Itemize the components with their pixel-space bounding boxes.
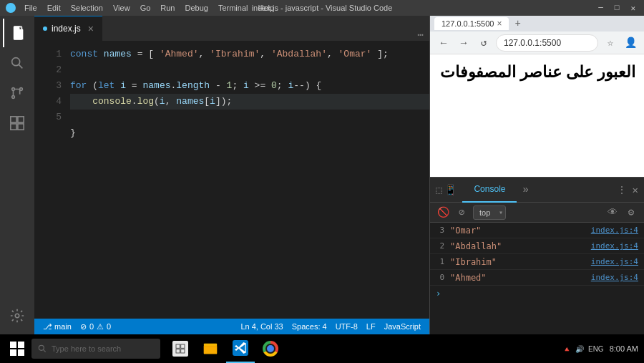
devtools-header-right: ⋮ ✕ bbox=[617, 184, 644, 196]
taskbar-right: 🔺 🔊 ENG 8:00 AM bbox=[562, 344, 638, 353]
taskbar-app-vscode[interactable] bbox=[226, 334, 255, 363]
maximize-button[interactable]: □ bbox=[612, 4, 623, 13]
console-output: 3 "Omar" index.js:4 2 "Abdallah" index.j… bbox=[430, 223, 644, 334]
console-prompt-row[interactable]: › bbox=[430, 286, 644, 301]
close-button[interactable]: ✕ bbox=[628, 4, 638, 13]
console-source-3[interactable]: index.js:4 bbox=[591, 226, 638, 235]
activity-files[interactable] bbox=[3, 19, 31, 47]
console-value-2: "Abdallah" bbox=[450, 241, 585, 251]
status-bar: ⎇ main ⊘ 0 ⚠ 0 Ln 4, Col 33 Spaces: 4 UT… bbox=[34, 319, 429, 334]
console-value-1: "Ibrahim" bbox=[450, 257, 585, 267]
context-selector-wrapper: top ▾ bbox=[473, 205, 506, 220]
browser-tab-close[interactable]: × bbox=[497, 19, 502, 29]
menu-debug[interactable]: Debug bbox=[185, 4, 208, 12]
console-row-1: 1 "Ibrahim" index.js:4 bbox=[430, 254, 644, 270]
status-branch[interactable]: ⎇ main bbox=[43, 322, 72, 331]
console-source-1[interactable]: index.js:4 bbox=[591, 257, 638, 266]
console-row-0: 0 "Ahmed" index.js:4 bbox=[430, 270, 644, 286]
menu-selection[interactable]: Selection bbox=[71, 4, 103, 12]
svg-point-5 bbox=[12, 96, 15, 99]
devtools-header-left: ⬚ 📱 bbox=[430, 184, 462, 196]
tab-indexjs[interactable]: index.js × bbox=[34, 16, 102, 41]
context-selector[interactable]: top bbox=[473, 205, 506, 220]
status-language[interactable]: JavaScript bbox=[384, 322, 421, 331]
menu-run[interactable]: Run bbox=[160, 4, 175, 12]
status-position[interactable]: Ln 4, Col 33 bbox=[240, 322, 283, 331]
editor-area: index.js × ⋯ 1 2 3 4 5 const names = [ '… bbox=[34, 16, 429, 334]
svg-point-11 bbox=[15, 314, 19, 318]
svg-rect-7 bbox=[11, 117, 16, 122]
status-spaces[interactable]: Spaces: 4 bbox=[292, 322, 327, 331]
svg-rect-14 bbox=[176, 344, 180, 348]
menu-terminal[interactable]: Terminal bbox=[218, 4, 248, 12]
minimize-button[interactable]: ─ bbox=[595, 4, 606, 13]
menu-go[interactable]: Go bbox=[140, 4, 151, 12]
taskbar-app-explorer[interactable] bbox=[196, 334, 225, 363]
tab-close-button[interactable]: × bbox=[88, 23, 94, 34]
svg-rect-17 bbox=[181, 349, 185, 353]
app-icon bbox=[6, 3, 16, 13]
activity-search[interactable] bbox=[3, 49, 31, 77]
status-errors: ⊘ 0 ⚠ 0 bbox=[80, 322, 111, 331]
status-line-ending[interactable]: LF bbox=[366, 322, 376, 331]
network-icon: 🔺 bbox=[562, 345, 571, 353]
new-tab-button[interactable]: + bbox=[512, 18, 523, 29]
devtools-device-icon[interactable]: 📱 bbox=[444, 184, 457, 196]
start-button[interactable] bbox=[6, 337, 29, 360]
taskbar-clock: 8:00 AM bbox=[610, 344, 638, 353]
reload-button[interactable]: ↺ bbox=[476, 35, 492, 51]
taskbar-search[interactable]: Type here to search bbox=[31, 339, 160, 359]
console-index-2: 2 bbox=[436, 241, 444, 251]
back-button[interactable]: ← bbox=[436, 35, 452, 51]
svg-point-12 bbox=[39, 345, 44, 350]
menu-file[interactable]: File bbox=[24, 4, 37, 12]
devtools-tab-console[interactable]: Console bbox=[462, 178, 517, 203]
code-content[interactable]: const names = [ 'Ahmed', 'Ibrahim', 'Abd… bbox=[70, 47, 429, 313]
console-index-1: 1 bbox=[436, 257, 444, 266]
devtools-header: ⬚ 📱 Console » ⋮ ✕ bbox=[430, 178, 644, 203]
svg-rect-9 bbox=[11, 124, 16, 130]
activity-git[interactable] bbox=[3, 79, 31, 107]
tab-actions: ⋯ bbox=[418, 29, 429, 41]
browser-tab-title: 127.0.0.1:5500 bbox=[441, 19, 494, 28]
svg-line-2 bbox=[19, 64, 22, 68]
profile-button[interactable]: 👤 bbox=[623, 35, 638, 51]
svg-point-1 bbox=[12, 58, 20, 66]
console-toolbar: 🚫 ⊘ top ▾ 👁 ⚙ bbox=[430, 203, 644, 223]
devtools-inspect-icon[interactable]: ⬚ bbox=[436, 184, 441, 196]
filter-icon[interactable]: ⊘ bbox=[454, 205, 469, 220]
prompt-icon: › bbox=[436, 289, 441, 299]
status-right: Ln 4, Col 33 Spaces: 4 UTF-8 LF JavaScri… bbox=[240, 322, 421, 331]
forward-button[interactable]: → bbox=[456, 35, 472, 51]
browser-tab[interactable]: 127.0.0.1:5500 × bbox=[434, 17, 509, 30]
devtools-more-tabs[interactable]: » bbox=[517, 184, 534, 195]
console-index-3: 3 bbox=[436, 226, 444, 235]
activity-settings[interactable] bbox=[3, 304, 31, 333]
search-placeholder: Type here to search bbox=[52, 344, 121, 353]
status-encoding[interactable]: UTF-8 bbox=[336, 322, 358, 331]
bookmark-button[interactable]: ☆ bbox=[602, 35, 618, 51]
activity-extensions[interactable] bbox=[3, 109, 31, 137]
devtools-close-icon[interactable]: ✕ bbox=[633, 184, 638, 196]
svg-point-3 bbox=[12, 88, 15, 91]
taskbar-app-chrome[interactable] bbox=[256, 334, 285, 363]
console-index-0: 0 bbox=[436, 273, 444, 282]
title-bar-left: File Edit Selection View Go Run Debug Te… bbox=[6, 3, 274, 13]
editor-layout-icon[interactable]: ⋯ bbox=[418, 29, 424, 41]
devtools-more-icon[interactable]: ⋮ bbox=[617, 184, 627, 196]
svg-rect-10 bbox=[18, 124, 24, 130]
title-bar: File Edit Selection View Go Run Debug Te… bbox=[0, 0, 644, 16]
console-source-2[interactable]: index.js:4 bbox=[591, 241, 638, 251]
console-source-0[interactable]: index.js:4 bbox=[591, 273, 638, 282]
console-value-3: "Omar" bbox=[450, 226, 585, 236]
menu-edit[interactable]: Edit bbox=[47, 4, 61, 12]
eye-button[interactable]: 👁 bbox=[605, 205, 620, 220]
volume-icon: 🔊 bbox=[575, 345, 584, 353]
menu-view[interactable]: View bbox=[113, 4, 130, 12]
chrome-icon bbox=[263, 341, 278, 357]
console-settings-button[interactable]: ⚙ bbox=[624, 205, 638, 220]
address-bar[interactable]: 127.0.0.1:5500 bbox=[496, 34, 598, 52]
taskbar-app-files[interactable] bbox=[166, 334, 195, 363]
browser-controls: ← → ↺ 127.0.0.1:5500 ☆ 👤 bbox=[430, 32, 644, 54]
clear-console-button[interactable]: 🚫 bbox=[436, 205, 450, 220]
